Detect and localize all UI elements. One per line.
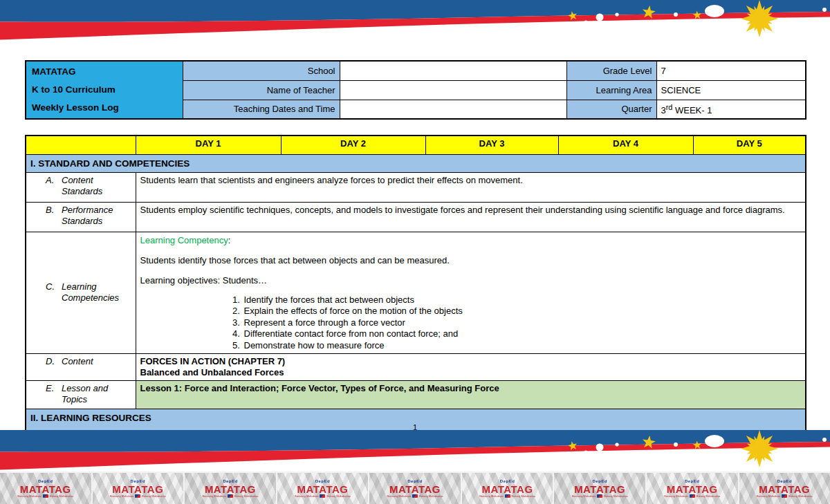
matatag-wordmark: MATATAG (759, 484, 810, 494)
flag-swoosh-graphic (0, 0, 830, 41)
matatag-tagline: Bansang MakabataBatang Makabansa (479, 494, 535, 498)
objective-item: Represent a force through a force vector (243, 317, 802, 329)
matatag-logo-tile: DepEd MATATAG Bansang MakabataBatang Mak… (647, 473, 738, 504)
teaching-dates-value (340, 100, 566, 119)
bottom-flag-banner (0, 430, 830, 472)
content-standards-text: Students learn that scientists and engin… (136, 172, 806, 202)
content-standards-row: A.Content Standards Students learn that … (26, 172, 806, 202)
learning-area-value: SCIENCE (656, 80, 806, 100)
day-2-header: DAY 2 (281, 136, 425, 154)
performance-standards-text: Students employ scientific techniques, c… (136, 202, 806, 232)
white-ellipse (705, 435, 724, 447)
dot-icon (822, 8, 827, 12)
learning-competency-text: Students identify those forces that act … (140, 254, 802, 266)
matatag-logo-tile: DepEd MATATAG Bansang MakabataBatang Mak… (554, 473, 645, 504)
top-flag-banner (0, 0, 830, 41)
flag-swoosh-graphic (0, 430, 830, 472)
matatag-tagline: Bansang MakabataBatang Makabansa (110, 494, 166, 498)
content-row: D.Content FORCES IN ACTION (CHAPTER 7) B… (26, 354, 806, 381)
program-name: MATATAG (30, 63, 178, 81)
quarter-value: 3rd WEEK- 1 (656, 100, 806, 119)
matatag-logo-tile: DepEd MATATAG Bansang MakabataBatang Mak… (185, 473, 276, 504)
matatag-logo-tile: DepEd MATATAG Bansang MakabataBatang Mak… (277, 473, 369, 504)
learning-area-label: Learning Area (566, 80, 656, 100)
matatag-wordmark: MATATAG (482, 484, 533, 494)
matatag-wordmark: MATATAG (389, 484, 441, 494)
lesson-title-text: Lesson 1: Force and Interaction; Force V… (136, 381, 806, 409)
matatag-wordmark: MATATAG (20, 484, 71, 494)
performance-standards-label: B.Performance Standards (26, 202, 136, 232)
dot-icon (584, 451, 588, 454)
lesson-topics-label: E.Lesson and Topics (26, 381, 136, 409)
day-1-header: DAY 1 (136, 136, 281, 154)
flag-emblem-icon (782, 494, 787, 498)
quarter-label: Quarter (566, 100, 656, 119)
matatag-tagline: Bansang MakabataBatang Makabansa (572, 494, 628, 498)
grade-level-value: 7 (656, 61, 806, 80)
curriculum-name: K to 10 Curriculum (30, 81, 178, 99)
content-subtitle: Balanced and Unbalanced Forces (140, 367, 802, 378)
matatag-tagline: Bansang MakabataBatang Makabansa (387, 494, 443, 498)
flag-emblem-icon (597, 494, 602, 498)
day-4-header: DAY 4 (558, 136, 693, 154)
teacher-value (340, 80, 566, 100)
content-text: FORCES IN ACTION (CHAPTER 7) Balanced an… (136, 354, 806, 381)
content-chapter-title: FORCES IN ACTION (CHAPTER 7) (140, 356, 802, 367)
lesson-plan-table: DAY 1 DAY 2 DAY 3 DAY 4 DAY 5 I. STANDAR… (25, 135, 806, 431)
school-value (340, 61, 566, 80)
dot-icon (674, 12, 678, 17)
section-standard-competencies: I. STANDARD AND COMPETENCIES (26, 154, 806, 172)
flag-emblem-icon (690, 494, 695, 498)
performance-standards-row: B.Performance Standards Students employ … (26, 202, 806, 232)
matatag-logo-tile: DepEd MATATAG Bansang MakabataBatang Mak… (0, 473, 91, 504)
matatag-title-cell: MATATAG K to 10 Curriculum Weekly Lesson… (26, 61, 183, 119)
matatag-tagline: Bansang MakabataBatang Makabansa (295, 494, 351, 498)
matatag-logo-tile: DepEd MATATAG Bansang MakabataBatang Mak… (739, 473, 830, 504)
objective-item: Explain the effects of force on the moti… (243, 306, 802, 317)
lesson-log-header-table: MATATAG K to 10 Curriculum Weekly Lesson… (25, 60, 806, 120)
grade-level-label: Grade Level (566, 61, 656, 80)
day-5-header: DAY 5 (693, 136, 806, 154)
matatag-logo-tile: DepEd MATATAG Bansang MakabataBatang Mak… (369, 473, 461, 504)
matatag-logo-tile: DepEd MATATAG Bansang MakabataBatang Mak… (462, 473, 553, 504)
matatag-wordmark: MATATAG (205, 484, 256, 494)
learning-objectives-list: Identify the forces that act between obj… (222, 295, 802, 352)
objective-item: Identify the forces that act between obj… (243, 295, 802, 306)
dot-icon (674, 442, 678, 447)
matatag-tagline: Bansang MakabataBatang Makabansa (757, 494, 813, 498)
learning-competencies-row: C.Learning Competencies Learning Compete… (26, 232, 806, 354)
dot-icon (584, 21, 588, 24)
objective-item: Differentiate contact force from non con… (243, 328, 802, 340)
objective-item: Demonstrate how to measure force (243, 340, 802, 352)
learning-competencies-label: C.Learning Competencies (26, 232, 136, 354)
lesson-topics-row: E.Lesson and Topics Lesson 1: Force and … (26, 381, 806, 409)
flag-emblem-icon (43, 494, 48, 498)
flag-emblem-icon (320, 494, 325, 498)
matatag-wordmark: MATATAG (297, 484, 348, 494)
learning-competencies-content: Learning Competency: Students identify t… (136, 232, 806, 354)
matatag-wordmark: MATATAG (667, 484, 718, 494)
matatag-tagline: Bansang MakabataBatang Makabansa (664, 494, 720, 498)
content-label: D.Content (26, 354, 136, 381)
flag-emblem-icon (505, 494, 510, 498)
matatag-tagline: Bansang MakabataBatang Makabansa (17, 494, 73, 498)
sun-icon (741, 430, 778, 467)
flag-emblem-icon (228, 494, 233, 498)
matatag-wordmark: MATATAG (574, 484, 625, 494)
page-number: 1 (0, 423, 830, 431)
learning-competency-heading: Learning Competency: (140, 234, 802, 246)
document-type: Weekly Lesson Log (30, 99, 178, 117)
content-standards-label: A.Content Standards (26, 172, 136, 202)
matatag-logo-footer-strip: DepEd MATATAG Bansang MakabataBatang Mak… (0, 472, 830, 504)
matatag-tagline: Bansang MakabataBatang Makabansa (202, 494, 258, 498)
dot-icon (615, 12, 618, 16)
dot-icon (615, 442, 618, 446)
day-header-empty (26, 136, 136, 154)
teaching-dates-label: Teaching Dates and Time (183, 100, 340, 119)
white-ellipse (705, 5, 724, 17)
day-header-row: DAY 1 DAY 2 DAY 3 DAY 4 DAY 5 (26, 136, 806, 154)
matatag-logo-tile: DepEd MATATAG Bansang MakabataBatang Mak… (93, 473, 184, 504)
lesson-log-page: { "colors": { "banner_blue": "#1E5B97", … (0, 0, 830, 504)
dot-icon (822, 438, 827, 442)
learning-objectives-intro: Learning objectives: Students… (140, 274, 802, 286)
